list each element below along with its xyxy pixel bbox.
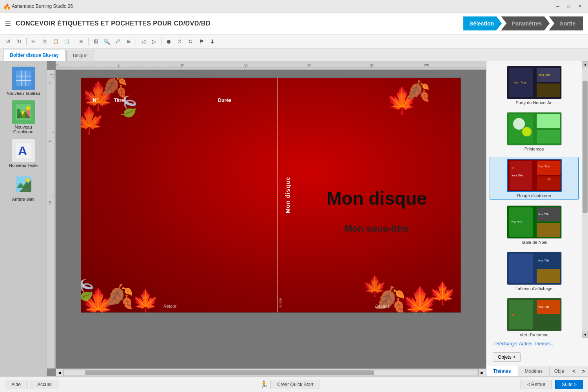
nav-forward-button[interactable]: ▷	[149, 36, 159, 47]
timer-button[interactable]: ⏱	[174, 36, 185, 47]
right-scrollbar[interactable]: ▲ ▼	[582, 61, 588, 338]
tool-texte[interactable]: A Nouveau Texte	[5, 137, 42, 169]
copy-button[interactable]: ⎘	[40, 36, 50, 47]
back-button[interactable]: < Retour	[521, 380, 552, 389]
refresh-button[interactable]: ↻	[185, 36, 196, 47]
tab-boitier[interactable]: Boîtier disque Blu-ray	[3, 50, 65, 61]
scroll-left-button[interactable]: ◀	[56, 369, 64, 377]
canvas-scroll-area[interactable]: 🍁 🍂 🍁 🍃 🍁 🍂 🍁	[56, 70, 486, 368]
theme-vert-automne[interactable]: Your Title 🍁 Vert d'automne	[490, 296, 579, 338]
theme-table-noel[interactable]: Your Title Your Title Table de Noël	[490, 204, 579, 246]
redo-button[interactable]: ↻	[14, 36, 24, 47]
svg-text:Your Title: Your Title	[538, 305, 549, 308]
svg-text:cm: cm	[424, 63, 429, 67]
theme-rouge-automne[interactable]: Your Title Your Title 🍁 🍂 Rouge d'automn…	[490, 157, 579, 200]
svg-text:🍁: 🍁	[363, 274, 387, 298]
horizontal-scrollbar[interactable]: ◀ ▶	[56, 368, 486, 376]
maximize-button[interactable]: □	[564, 2, 574, 10]
tab-arrow-left[interactable]: <	[569, 366, 579, 376]
scroll-track-h[interactable]	[64, 370, 477, 375]
svg-text:🍂: 🍂	[547, 177, 551, 181]
fit-button[interactable]: ⊞	[123, 36, 134, 47]
leaves-top-left: 🍁 🍂 🍁 🍃	[81, 78, 156, 152]
zoom-in-button[interactable]: 🔍	[102, 36, 112, 47]
theme-party-nouvel-an[interactable]: Your Title Your Title Party du Nouvel An	[490, 64, 579, 107]
paste-special-button[interactable]: 📑	[62, 36, 72, 47]
svg-text:🍂: 🍂	[105, 283, 134, 310]
right-tab-obje[interactable]: Obje	[550, 366, 569, 376]
delete-button[interactable]: ✕	[76, 36, 86, 47]
arriere-plan-label: Arrière-plan	[12, 197, 34, 201]
spine-line-right	[297, 78, 297, 312]
spine-line-left	[277, 78, 278, 312]
download-themes-link[interactable]: Télécharger Autres Thèmes...	[490, 339, 558, 348]
theme-label-tableau-affichage: Tableau d'affichage	[515, 286, 552, 291]
record-button[interactable]: ⏺	[163, 36, 174, 47]
right-scroll-thumb[interactable]	[583, 81, 588, 213]
cut-button[interactable]: ✂	[29, 36, 39, 47]
home-button[interactable]: Accueil	[31, 380, 59, 389]
section-label-front: Devant	[375, 302, 389, 309]
objects-button-area: Objets >	[486, 348, 588, 366]
svg-point-70	[513, 118, 525, 130]
nav-bar: ☰ CONCEVOIR ÉTIQUETTES ET POCHETTES POUR…	[0, 13, 588, 34]
hamburger-icon[interactable]: ☰	[5, 19, 11, 28]
theme-printemps[interactable]: Printemps	[490, 111, 579, 153]
section-label-back: Retour	[163, 302, 176, 309]
tab-disque[interactable]: Disque	[66, 50, 94, 61]
svg-rect-87	[509, 254, 533, 283]
download-toolbar-button[interactable]: ⬇	[207, 36, 218, 47]
tab-arrow-right[interactable]: >	[579, 366, 588, 376]
svg-point-71	[522, 127, 532, 136]
graphique-label: Nouveau Graphique	[6, 125, 41, 134]
tool-arriere-plan[interactable]: Arrière-plan	[5, 171, 42, 203]
scroll-thumb-h[interactable]	[85, 370, 374, 375]
close-button[interactable]: ✕	[575, 2, 585, 10]
separator-4	[136, 38, 136, 45]
right-panel: Your Title Your Title Party du Nouvel An	[486, 61, 588, 376]
insert-image-button[interactable]: 🖼	[91, 36, 101, 47]
svg-text:5: 5	[48, 140, 52, 142]
theme-tableau-affichage[interactable]: Your Title Tableau d'affichage	[490, 250, 579, 292]
flag-button[interactable]: ⚑	[196, 36, 207, 47]
right-panel-tabs: Thèmes Modèles Obje < >	[486, 366, 588, 376]
tool-graphique[interactable]: Nouveau Graphique	[5, 99, 42, 136]
undo-button[interactable]: ↺	[3, 36, 13, 47]
tool-tableau[interactable]: Nouveau Tableau	[5, 65, 42, 97]
svg-text:Your Title: Your Title	[538, 213, 549, 216]
svg-text:🍁: 🍁	[132, 289, 159, 313]
svg-text:A: A	[18, 144, 27, 158]
track-list-area: N° Titre Durée	[89, 98, 271, 103]
right-scroll-track[interactable]	[582, 67, 588, 332]
front-title-area: Mon disque	[305, 188, 449, 209]
scroll-right-button[interactable]: ▶	[478, 369, 486, 377]
themes-scroll-area[interactable]: Your Title Your Title Party du Nouvel An	[486, 61, 582, 338]
scroll-up-button[interactable]: ▲	[582, 61, 588, 67]
step-selection[interactable]: Sélection	[463, 16, 502, 31]
front-subtitle-area: Mon sous-titre	[305, 223, 449, 234]
svg-text:🍁: 🍁	[429, 281, 456, 306]
theme-thumb-noel: Your Title Your Title	[507, 205, 562, 239]
step-sortie[interactable]: Sortie	[549, 16, 583, 31]
theme-label-party: Party du Nouvel An	[515, 100, 552, 105]
track-header-duree: Durée	[218, 98, 231, 103]
minimize-button[interactable]: ─	[553, 2, 563, 10]
scroll-down-button[interactable]: ▼	[582, 332, 588, 338]
quick-start-button[interactable]: Créer Quick Start	[270, 380, 320, 389]
separator-1	[26, 38, 27, 45]
texte-icon: A	[12, 139, 35, 162]
right-tab-themes[interactable]: Thèmes	[486, 366, 518, 376]
next-button[interactable]: Suite >	[555, 380, 583, 389]
svg-text:5: 5	[118, 63, 120, 67]
paste-button[interactable]: 📋	[51, 36, 61, 47]
zoom-out-button[interactable]: 🔎	[113, 36, 123, 47]
theme-label-printemps: Printemps	[524, 147, 544, 151]
objects-button[interactable]: Objets >	[493, 352, 521, 362]
tool-panel: Nouveau Tableau Nouveau Graphique	[0, 61, 47, 376]
step-parametres[interactable]: Paramètres	[501, 16, 550, 31]
page-title: CONCEVOIR ÉTIQUETTES ET POCHETTES POUR C…	[16, 20, 463, 27]
right-tab-modeles[interactable]: Modèles	[518, 366, 550, 376]
svg-rect-0	[16, 71, 31, 86]
help-button[interactable]: Aide	[5, 380, 27, 389]
nav-back-button[interactable]: ◁	[138, 36, 148, 47]
